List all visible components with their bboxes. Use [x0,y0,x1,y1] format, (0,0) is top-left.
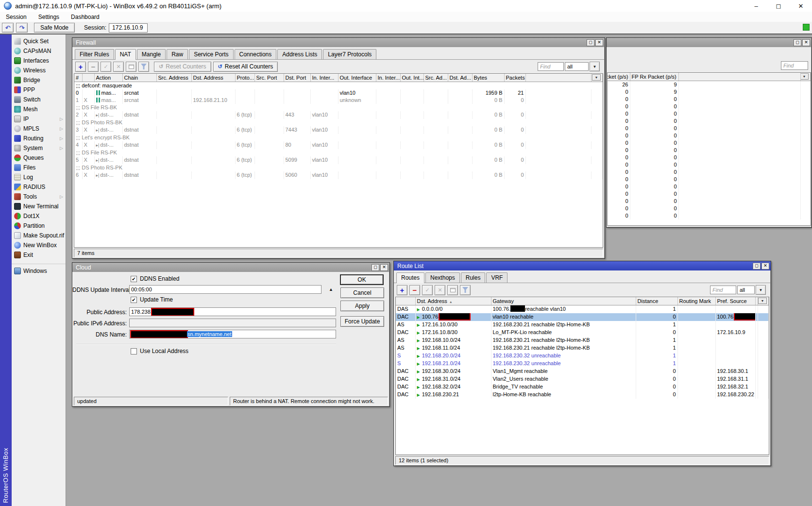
nat-comment-cell[interactable]: ;;; DS Photo RS-BK [74,119,603,126]
column-header[interactable]: acket (p/s) [608,73,630,81]
column-header[interactable]: Dst. Port [284,74,310,82]
enable-button[interactable]: ✓ [422,285,433,295]
column-header[interactable]: Action [94,74,122,82]
sidebar-item-make-supout-rif[interactable]: Make Supout.rif [12,231,66,240]
column-header[interactable]: Packets [504,74,525,82]
reset-all-counters-button[interactable]: ↺ Reset All Counters [213,62,278,72]
iface-row[interactable]: 00 [608,212,811,219]
sidebar-item-switch[interactable]: Switch [12,95,66,104]
column-header[interactable]: # [74,74,82,82]
filter-button[interactable] [138,62,149,72]
nat-comment-row[interactable]: ;;; DS Photo RS-PK [74,164,603,171]
iface-row[interactable]: 00 [608,103,811,110]
sidebar-item-routing[interactable]: Routing▷ [12,134,66,143]
column-filter-dropdown-icon[interactable]: ▼ [592,74,601,81]
add-button[interactable]: + [75,62,86,72]
sidebar-item-queues[interactable]: Queues [12,153,66,163]
update-time-checkbox[interactable]: ✔ [131,297,137,303]
sidebar-item-log[interactable]: Log [12,172,66,182]
column-header[interactable]: Src. Port [254,74,284,82]
iface-row[interactable]: 00 [608,139,811,147]
interface-stats-titlebar[interactable]: ◻ ✕ [607,38,812,47]
nat-comment-cell[interactable]: ;;; Let's encrypt RS-BK [74,134,603,141]
iface-row[interactable]: 00 [608,183,811,190]
firewall-titlebar[interactable]: Firewall ◻ ✕ [72,38,605,47]
close-button[interactable]: ✕ [790,0,812,12]
iface-row[interactable]: 00 [608,169,811,176]
nat-rule-row[interactable]: 1Xmas...srcnat192.168.21.10unknown0 B0 [74,97,603,104]
sidebar-item-exit[interactable]: Exit [12,250,66,260]
maximize-icon[interactable]: ◻ [587,39,594,46]
tab-routes[interactable]: Routes [396,272,424,283]
use-local-address-checkbox[interactable] [131,348,137,354]
filter-button[interactable] [460,285,471,295]
ok-button[interactable]: OK [340,274,384,285]
interval-up-icon[interactable]: ▲ [329,287,333,292]
sidebar-item-wireless[interactable]: Wireless [12,66,66,75]
column-header[interactable]: Bytes [472,74,504,82]
sidebar-item-interfaces[interactable]: Interfaces [12,56,66,66]
sidebar-item-dot1x[interactable]: Dot1X [12,211,66,221]
tab-nexthops[interactable]: Nexthops [425,272,460,283]
close-icon[interactable]: ✕ [802,39,810,46]
route-row[interactable]: AS▶192.168.10.0/24192.168.230.21 reachab… [396,337,769,344]
iface-row[interactable]: 00 [608,110,811,118]
disable-button[interactable]: ✕ [435,285,445,295]
column-header[interactable] [82,74,94,82]
route-row[interactable]: DAC▶172.16.10.8/30Lo_MT-PK-Lio reachable… [396,329,769,337]
search-input[interactable] [710,286,736,294]
tab-service-ports[interactable]: Service Ports [189,49,233,59]
iface-row[interactable]: 00 [608,118,811,125]
filter-scope-dropdown[interactable]: ▼ [756,285,766,295]
nat-comment-row[interactable]: ;;; DS File RS-BK [74,104,603,111]
tab-vrf[interactable]: VRF [486,272,508,283]
tab-raw[interactable]: Raw [167,49,188,59]
nat-comment-row[interactable]: ;;; DS File RS-PK [74,149,603,156]
column-header[interactable]: Src. Ad... [423,74,448,82]
remove-button[interactable]: − [88,62,99,72]
column-filter-dropdown-icon[interactable]: ▼ [758,298,767,304]
route-row[interactable]: DAC▶100.76.vlan10 reachable0100.76. [396,313,769,321]
maximize-icon[interactable]: ◻ [753,263,761,270]
iface-row[interactable]: 00 [608,205,811,212]
route-row[interactable]: DAC▶192.168.230.21l2tp-Home-KB reachable… [396,391,769,399]
column-header[interactable]: Dst. Address [191,74,235,82]
os-titlebar[interactable]: admin@172.16.10.9 (MT-PK-Lio) - WinBox v… [0,0,812,12]
public-address-field[interactable]: 178.238. [129,307,336,316]
close-icon[interactable]: ✕ [761,263,769,270]
nat-comment-cell[interactable]: ;;; DS File RS-BK [74,104,603,111]
sidebar-item-files[interactable]: Files [12,163,66,172]
comment-button[interactable] [447,285,458,295]
nat-rule-row[interactable]: 2X▸|dst-...dstnat6 (tcp)443vlan100 B0 [74,111,603,119]
route-row[interactable]: AS▶172.16.10.0/30192.168.230.21 reachabl… [396,321,769,329]
sidebar-item-radius[interactable]: RADIUS [12,182,66,192]
maximize-icon[interactable]: ◻ [794,39,801,46]
column-filter-dropdown-icon[interactable]: ▼ [801,73,809,80]
iface-row[interactable]: 00 [608,147,811,154]
remove-button[interactable]: − [409,285,420,295]
tab-mangle[interactable]: Mangle [137,49,166,59]
sidebar-item-mesh[interactable]: Mesh [12,104,66,114]
sidebar-item-ip[interactable]: IP▷ [12,114,66,124]
route-row[interactable]: DAC▶192.168.31.0/24Vlan2_Users reachable… [396,375,769,383]
tab-address-lists[interactable]: Address Lists [277,49,322,59]
close-icon[interactable]: ✕ [595,39,603,46]
menu-settings[interactable]: Settings [38,14,59,20]
force-update-button[interactable]: Force Update [340,316,384,327]
nat-comment-cell[interactable]: ;;; defconf: masquerade [74,82,603,89]
sidebar-item-system[interactable]: System▷ [12,143,66,153]
column-header[interactable] [396,297,415,305]
tab-filter-rules[interactable]: Filter Rules [75,49,114,59]
sidebar-item-partition[interactable]: Partition [12,221,66,231]
nat-comment-row[interactable]: ;;; Let's encrypt RS-BK [74,134,603,141]
comment-button[interactable] [126,62,136,72]
filter-scope-select[interactable]: all [565,62,589,71]
column-header[interactable]: Dst. Address▲ [415,297,491,305]
menu-session[interactable]: Session [6,14,27,20]
iface-row[interactable]: 00 [608,132,811,139]
iface-row[interactable]: 00 [608,198,811,205]
column-header[interactable]: Proto... [235,74,254,82]
safe-mode-button[interactable]: Safe Mode [34,23,75,33]
add-button[interactable]: + [397,285,407,295]
disable-button[interactable]: ✕ [113,62,124,72]
